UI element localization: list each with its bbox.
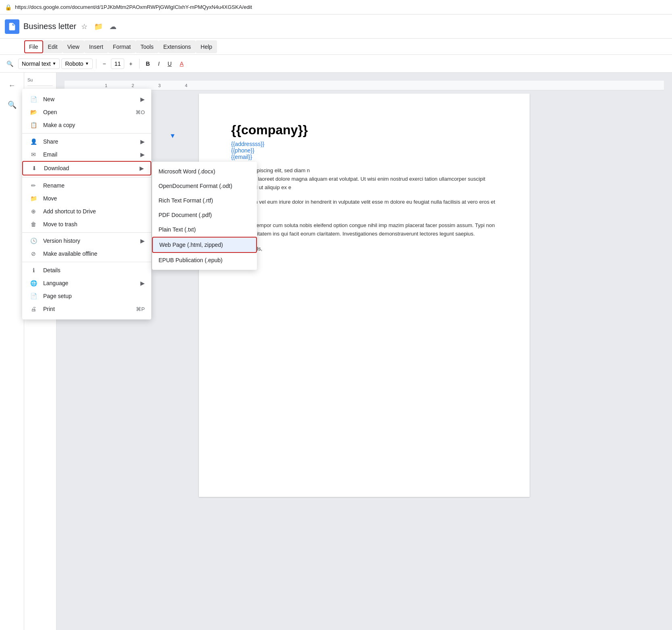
open-icon: 📂 xyxy=(29,109,38,115)
open-menu-item[interactable]: 📂 Open ⌘O xyxy=(22,106,151,119)
insert-menu-item[interactable]: Insert xyxy=(84,40,108,53)
version-history-menu-item[interactable]: 🕓 Version history ▶ xyxy=(22,234,151,247)
docs-logo xyxy=(5,19,19,34)
search-button[interactable]: 🔍 xyxy=(3,59,17,69)
company-placeholder: {{company}} xyxy=(231,123,497,138)
download-icon: ⬇ xyxy=(29,165,39,171)
share-icon: 👤 xyxy=(29,138,38,145)
bold-button[interactable]: B xyxy=(143,59,153,69)
file-menu-section-2: 👤 Share ▶ ✉ Email ▶ ⬇ Download ▶ Microso… xyxy=(22,134,151,177)
address-bar: 🔒 https://docs.google.com/document/d/1PJ… xyxy=(0,0,672,15)
help-menu-item[interactable]: Help xyxy=(196,40,217,53)
download-rtf[interactable]: Rich Text Format (.rtf) xyxy=(152,193,257,208)
search-sidebar-button[interactable]: 🔍 xyxy=(4,97,20,113)
decrease-font-button[interactable]: − xyxy=(100,59,109,69)
email-placeholder: {{email}} xyxy=(231,154,497,160)
move-trash-menu-item[interactable]: 🗑 Move to trash xyxy=(22,218,151,231)
language-icon: 🌐 xyxy=(29,280,38,286)
top-bar: Business letter ☆ 📁 ☁ xyxy=(0,15,672,39)
download-submenu: Microsoft Word (.docx) OpenDocument Form… xyxy=(152,162,257,270)
extensions-menu-item[interactable]: Extensions xyxy=(159,40,196,53)
download-menu-item[interactable]: ⬇ Download ▶ Microsoft Word (.docx) Open… xyxy=(22,161,151,175)
body-text-2: Duis autem vel eum iriure dolor in hendr… xyxy=(231,198,497,215)
phone-placeholder: {{phone}} xyxy=(231,147,497,154)
file-menu-section-4: 🕓 Version history ▶ ⊘ Make available off… xyxy=(22,233,151,262)
language-menu-item[interactable]: 🌐 Language ▶ xyxy=(22,277,151,290)
body-text-3: Nam liber tempor cum soluta nobis eleife… xyxy=(231,221,497,238)
move-menu-item[interactable]: 📁 Move xyxy=(22,192,151,205)
main-layout: ← 🔍 Su Ou – {{c 1234 ▼ {{company}} {{add… xyxy=(0,73,672,630)
share-arrow: ▶ xyxy=(140,138,145,145)
italic-button[interactable]: I xyxy=(155,59,163,69)
format-bar: 🔍 Normal text ▼ Roboto ▼ − 11 + B I U A xyxy=(0,55,672,73)
details-icon: ℹ xyxy=(29,267,38,273)
body-text-1: …etuer adipiscing elit, sed diam n tinci… xyxy=(231,167,497,192)
share-menu-item[interactable]: 👤 Share ▶ xyxy=(22,135,151,148)
doc-title: Business letter xyxy=(23,22,76,31)
sidebar: ← 🔍 xyxy=(0,73,24,630)
details-menu-item[interactable]: ℹ Details xyxy=(22,264,151,277)
history-icon: 🕓 xyxy=(29,238,38,244)
file-menu-section-1: 📄 New ▶ 📂 Open ⌘O 📋 Make a copy xyxy=(22,91,151,134)
increase-font-button[interactable]: + xyxy=(126,59,136,69)
drive-button[interactable]: 📁 xyxy=(92,21,104,33)
edit-menu-item[interactable]: Edit xyxy=(43,40,63,53)
cloud-button[interactable]: ☁ xyxy=(108,21,118,33)
title-icons: ☆ 📁 ☁ xyxy=(79,21,118,33)
new-icon: 📄 xyxy=(29,96,38,102)
font-dropdown-arrow: ▼ xyxy=(85,61,89,66)
font-dropdown[interactable]: Roboto ▼ xyxy=(61,58,92,69)
email-menu-item[interactable]: ✉ Email ▶ xyxy=(22,148,151,161)
offline-icon: ⊘ xyxy=(29,250,38,257)
email-icon: ✉ xyxy=(29,151,38,158)
font-color-button[interactable]: A xyxy=(177,59,187,69)
shortcut-icon: ⊕ xyxy=(29,208,38,215)
add-shortcut-menu-item[interactable]: ⊕ Add shortcut to Drive xyxy=(22,205,151,218)
copy-icon: 📋 xyxy=(29,122,38,128)
star-button[interactable]: ☆ xyxy=(79,21,89,33)
download-pdf[interactable]: PDF Document (.pdf) xyxy=(152,208,257,222)
underline-button[interactable]: U xyxy=(165,59,175,69)
separator-1 xyxy=(96,59,96,69)
new-arrow: ▶ xyxy=(140,96,145,102)
font-size-dropdown[interactable]: 11 xyxy=(111,58,125,69)
download-txt[interactable]: Plain Text (.txt) xyxy=(152,222,257,237)
trash-icon: 🗑 xyxy=(29,221,38,227)
print-icon: 🖨 xyxy=(29,306,38,312)
make-copy-menu-item[interactable]: 📋 Make a copy xyxy=(22,119,151,131)
page-setup-icon: 📄 xyxy=(29,293,38,299)
separator-2 xyxy=(139,59,140,69)
file-menu-dropdown: 📄 New ▶ 📂 Open ⌘O 📋 Make a copy 👤 Share … xyxy=(22,89,151,319)
rename-menu-item[interactable]: ✏ Rename xyxy=(22,179,151,192)
url-text: https://docs.google.com/document/d/1PJKb… xyxy=(15,4,252,10)
print-menu-item[interactable]: 🖨 Print ⌘P xyxy=(22,302,151,315)
file-menu-item[interactable]: File xyxy=(24,40,43,53)
back-button[interactable]: ← xyxy=(4,77,20,94)
file-menu-section-3: ✏ Rename 📁 Move ⊕ Add shortcut to Drive … xyxy=(22,177,151,233)
body-text-4: Best regards, xyxy=(231,245,497,253)
view-menu-item[interactable]: View xyxy=(63,40,84,53)
download-html[interactable]: Web Page (.html, zipped) xyxy=(152,237,257,253)
format-menu-item[interactable]: Format xyxy=(108,40,136,53)
download-docx[interactable]: Microsoft Word (.docx) xyxy=(152,164,257,179)
outline-title: Su xyxy=(27,77,53,82)
text-style-dropdown[interactable]: Normal text ▼ xyxy=(18,58,60,69)
rename-icon: ✏ xyxy=(29,182,38,189)
doc-page: {{company}} {{addressss}} {{phone}} {{em… xyxy=(199,94,530,497)
page-setup-menu-item[interactable]: 📄 Page setup xyxy=(22,290,151,302)
offline-menu-item[interactable]: ⊘ Make available offline xyxy=(22,247,151,260)
ruler: 1234 ▼ xyxy=(65,81,664,90)
lock-icon: 🔒 xyxy=(5,4,12,10)
file-menu-section-5: ℹ Details 🌐 Language ▶ 📄 Page setup 🖨 Pr… xyxy=(22,262,151,317)
download-odt[interactable]: OpenDocument Format (.odt) xyxy=(152,179,257,193)
tools-menu-item[interactable]: Tools xyxy=(136,40,159,53)
menu-bar: File Edit View Insert Format Tools Exten… xyxy=(0,39,672,55)
address-placeholder: {{addressss}} xyxy=(231,141,497,147)
dropdown-arrow: ▼ xyxy=(52,61,56,66)
download-epub[interactable]: EPUB Publication (.epub) xyxy=(152,253,257,267)
download-arrow: ▶ xyxy=(140,165,144,171)
language-arrow: ▶ xyxy=(140,280,145,286)
move-icon: 📁 xyxy=(29,195,38,202)
email-arrow: ▶ xyxy=(140,151,145,158)
new-menu-item[interactable]: 📄 New ▶ xyxy=(22,93,151,106)
